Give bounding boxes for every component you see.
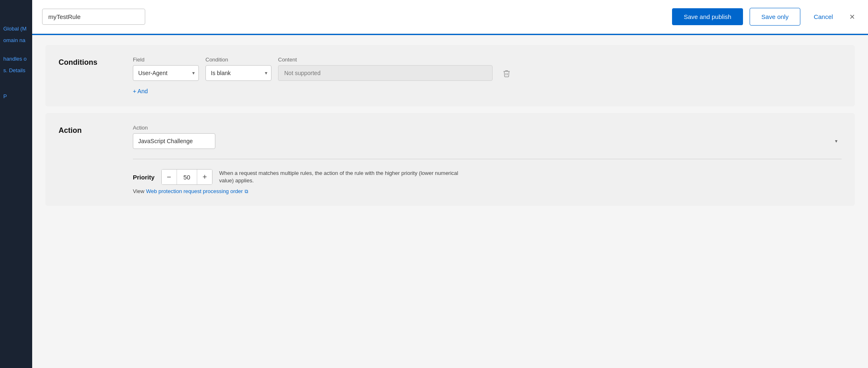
field-label: Field (133, 57, 199, 63)
action-section: Action Action JavaScript Challenge Block… (45, 113, 855, 206)
condition-label: Condition (205, 57, 271, 63)
main-content: Save and publish Save only Cancel × Cond… (32, 0, 868, 368)
priority-control: − 50 + (161, 169, 213, 185)
action-select[interactable]: JavaScript Challenge Block Allow Log CAP… (133, 133, 215, 149)
condition-select-wrapper: Is blank Equals Contains Starts with End… (205, 65, 271, 81)
and-button[interactable]: + And (133, 88, 148, 94)
close-button[interactable]: × (846, 11, 858, 23)
priority-description: When a request matches multiple rules, t… (219, 170, 467, 184)
save-only-button[interactable]: Save only (750, 8, 801, 26)
delete-condition-button[interactable] (499, 66, 514, 81)
conditions-section: Conditions Field User-Agent IP Address U… (45, 45, 855, 106)
conditions-title: Conditions (59, 57, 116, 67)
conditions-body: Field User-Agent IP Address URL Host Ref… (133, 57, 842, 95)
content-area: Conditions Field User-Agent IP Address U… (32, 35, 868, 216)
action-label: Action (133, 125, 842, 131)
sidebar-details: s. Details (3, 66, 25, 75)
conditions-row: Field User-Agent IP Address URL Host Ref… (133, 57, 842, 81)
field-group: Field User-Agent IP Address URL Host Ref… (133, 57, 199, 81)
priority-increment-button[interactable]: + (197, 170, 212, 184)
sidebar-footer: P (3, 92, 7, 101)
priority-link-row: View Web protection request processing o… (133, 188, 842, 194)
action-title: Action (59, 125, 116, 135)
priority-section: Priority − 50 + When a request matches m… (133, 159, 842, 185)
priority-decrement-button[interactable]: − (162, 170, 177, 184)
action-select-arrow: ▾ (835, 138, 837, 144)
sidebar: Global (M omain na handles o s. Details … (0, 0, 32, 368)
top-bar: Save and publish Save only Cancel × (32, 0, 868, 34)
action-body: Action JavaScript Challenge Block Allow … (133, 125, 842, 194)
content-input (278, 65, 493, 81)
sidebar-global: Global (M (3, 25, 26, 33)
cancel-button[interactable]: Cancel (807, 8, 840, 25)
content-label: Content (278, 57, 493, 63)
priority-value: 50 (177, 170, 198, 184)
field-select-wrapper: User-Agent IP Address URL Host Referer ▾ (133, 65, 199, 81)
priority-link[interactable]: Web protection request processing order (146, 188, 243, 194)
external-link-icon: ⧉ (245, 189, 248, 194)
sidebar-handles: handles o (3, 55, 26, 63)
action-group: Action JavaScript Challenge Block Allow … (133, 125, 842, 149)
view-label: View (133, 188, 144, 194)
condition-group: Condition Is blank Equals Contains Start… (205, 57, 271, 81)
save-publish-button[interactable]: Save and publish (672, 8, 743, 25)
priority-label: Priority (133, 174, 155, 181)
field-select[interactable]: User-Agent IP Address URL Host Referer (133, 65, 199, 81)
sidebar-domain: omain na (3, 36, 25, 45)
trash-icon (502, 69, 511, 78)
action-select-wrapper: JavaScript Challenge Block Allow Log CAP… (133, 133, 842, 149)
rule-name-input[interactable] (42, 9, 145, 25)
condition-select[interactable]: Is blank Equals Contains Starts with End… (205, 65, 271, 81)
content-group: Content (278, 57, 493, 81)
